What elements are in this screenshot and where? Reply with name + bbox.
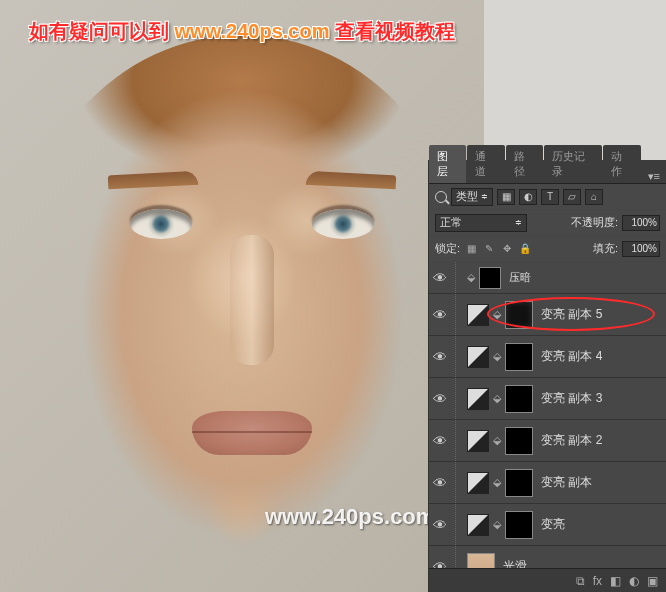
link-layers-icon[interactable]: ⧉ bbox=[576, 574, 585, 588]
layer-row[interactable]: 👁⬙变亮 bbox=[429, 504, 666, 546]
adjustment-thumb[interactable] bbox=[467, 514, 489, 536]
visibility-toggle[interactable]: 👁 bbox=[429, 349, 451, 365]
filter-shape-icon[interactable]: ▱ bbox=[563, 189, 581, 205]
layer-name[interactable]: 光滑 bbox=[503, 558, 527, 568]
layer-mask-thumb[interactable] bbox=[505, 343, 533, 371]
canvas-viewport[interactable]: 如有疑问可以到 www.240ps.com 查看视频教程 www.240ps.c… bbox=[0, 0, 484, 592]
layers-panel: 图层 通道 路径 历史记录 动作 ▾≡ 类型 ≑ ▦ ◐ T ▱ ⌂ 正常 ≑ … bbox=[428, 160, 666, 592]
layer-name[interactable]: 变亮 副本 4 bbox=[541, 348, 602, 365]
visibility-toggle[interactable]: 👁 bbox=[429, 270, 451, 286]
indent bbox=[455, 294, 465, 335]
kind-label: 类型 bbox=[456, 189, 478, 204]
indent bbox=[455, 378, 465, 419]
eye-left bbox=[130, 209, 192, 239]
panel-footer: ⧉ fx ◧ ◐ ▣ bbox=[429, 568, 666, 592]
layer-name[interactable]: 变亮 副本 bbox=[541, 474, 592, 491]
link-icon[interactable]: ⬙ bbox=[491, 350, 503, 363]
link-icon[interactable]: ⬙ bbox=[491, 476, 503, 489]
tab-actions[interactable]: 动作 bbox=[603, 145, 640, 183]
layer-name[interactable]: 变亮 副本 5 bbox=[541, 306, 602, 323]
adjustment-icon[interactable]: ◐ bbox=[629, 574, 639, 588]
kind-dropdown[interactable]: 类型 ≑ bbox=[451, 188, 493, 206]
visibility-toggle[interactable]: 👁 bbox=[429, 517, 451, 533]
layer-row[interactable]: 👁⬙变亮 副本 2 bbox=[429, 420, 666, 462]
panel-tabs: 图层 通道 路径 历史记录 动作 ▾≡ bbox=[429, 160, 666, 184]
visibility-toggle[interactable]: 👁 bbox=[429, 475, 451, 491]
add-mask-icon[interactable]: ◧ bbox=[610, 574, 621, 588]
overlay-seg1: 如有疑问可以到 bbox=[29, 20, 169, 42]
layer-mask-thumb[interactable] bbox=[505, 385, 533, 413]
opacity-label: 不透明度: bbox=[571, 215, 618, 230]
layer-row[interactable]: 👁⬙变亮 副本 5 bbox=[429, 294, 666, 336]
layer-thumb[interactable] bbox=[467, 553, 495, 569]
indent bbox=[455, 420, 465, 461]
lock-image-icon[interactable]: ✎ bbox=[482, 242, 496, 256]
layer-mask-thumb[interactable] bbox=[505, 427, 533, 455]
visibility-toggle[interactable]: 👁 bbox=[429, 433, 451, 449]
link-icon[interactable]: ⬙ bbox=[491, 392, 503, 405]
brow-right bbox=[306, 171, 397, 190]
overlay-seg2: www.240ps.com bbox=[175, 20, 330, 42]
lips bbox=[192, 411, 312, 455]
filter-smart-icon[interactable]: ⌂ bbox=[585, 189, 603, 205]
panel-menu-icon[interactable]: ▾≡ bbox=[642, 170, 666, 183]
layer-name[interactable]: 变亮 bbox=[541, 516, 565, 533]
lock-position-icon[interactable]: ✥ bbox=[500, 242, 514, 256]
link-icon[interactable]: ⬙ bbox=[491, 518, 503, 531]
search-icon[interactable] bbox=[435, 191, 447, 203]
lock-label: 锁定: bbox=[435, 241, 460, 256]
layer-mask-thumb[interactable] bbox=[479, 267, 501, 289]
fx-icon[interactable]: fx bbox=[593, 574, 602, 588]
link-icon[interactable]: ⬙ bbox=[491, 434, 503, 447]
filter-type-icon[interactable]: T bbox=[541, 189, 559, 205]
visibility-toggle[interactable]: 👁 bbox=[429, 559, 451, 569]
folder-icon[interactable]: ▣ bbox=[647, 574, 658, 588]
layer-mask-thumb[interactable] bbox=[505, 511, 533, 539]
tab-history[interactable]: 历史记录 bbox=[544, 145, 603, 183]
visibility-toggle[interactable]: 👁 bbox=[429, 391, 451, 407]
layer-row[interactable]: 👁⬙变亮 副本 3 bbox=[429, 378, 666, 420]
chevron-down-icon: ≑ bbox=[515, 218, 522, 227]
layer-name[interactable]: 变亮 副本 3 bbox=[541, 390, 602, 407]
adjustment-thumb[interactable] bbox=[467, 472, 489, 494]
indent bbox=[455, 546, 465, 568]
blend-mode-value: 正常 bbox=[440, 215, 462, 230]
layer-mask-thumb[interactable] bbox=[505, 469, 533, 497]
opacity-input[interactable]: 100% bbox=[622, 215, 660, 231]
blend-opacity-row: 正常 ≑ 不透明度: 100% bbox=[429, 210, 666, 236]
tab-channels[interactable]: 通道 bbox=[467, 145, 504, 183]
adjustment-thumb[interactable] bbox=[467, 430, 489, 452]
filter-adjust-icon[interactable]: ◐ bbox=[519, 189, 537, 205]
indent bbox=[455, 462, 465, 503]
tab-paths[interactable]: 路径 bbox=[506, 145, 543, 183]
indent bbox=[455, 262, 465, 293]
filter-pixel-icon[interactable]: ▦ bbox=[497, 189, 515, 205]
overlay-seg3: 查看视频教程 bbox=[335, 20, 455, 42]
visibility-toggle[interactable]: 👁 bbox=[429, 307, 451, 323]
lock-transparent-icon[interactable]: ▦ bbox=[464, 242, 478, 256]
fill-label: 填充: bbox=[593, 241, 618, 256]
eye-right bbox=[312, 209, 374, 239]
layer-row[interactable]: 👁⬙变亮 副本 bbox=[429, 462, 666, 504]
adjustment-thumb[interactable] bbox=[467, 388, 489, 410]
blend-mode-dropdown[interactable]: 正常 ≑ bbox=[435, 214, 527, 232]
layer-row[interactable]: 👁光滑 bbox=[429, 546, 666, 568]
adjustment-thumb[interactable] bbox=[467, 346, 489, 368]
lock-all-icon[interactable]: 🔒 bbox=[518, 242, 532, 256]
layer-name[interactable]: 压暗 bbox=[509, 270, 531, 285]
lock-fill-row: 锁定: ▦ ✎ ✥ 🔒 填充: 100% bbox=[429, 236, 666, 262]
fill-input[interactable]: 100% bbox=[622, 241, 660, 257]
layer-name[interactable]: 变亮 副本 2 bbox=[541, 432, 602, 449]
layers-list[interactable]: 👁⬙压暗👁⬙变亮 副本 5👁⬙变亮 副本 4👁⬙变亮 副本 3👁⬙变亮 副本 2… bbox=[429, 262, 666, 568]
overlay-caption: 如有疑问可以到 www.240ps.com 查看视频教程 bbox=[29, 18, 455, 45]
lock-icons: ▦ ✎ ✥ 🔒 bbox=[464, 242, 532, 256]
layer-row[interactable]: 👁⬙压暗 bbox=[429, 262, 666, 294]
adjustment-thumb[interactable] bbox=[467, 304, 489, 326]
layer-row[interactable]: 👁⬙变亮 副本 4 bbox=[429, 336, 666, 378]
link-icon[interactable]: ⬙ bbox=[465, 271, 477, 284]
brow-left bbox=[108, 171, 199, 190]
indent bbox=[455, 336, 465, 377]
tab-layers[interactable]: 图层 bbox=[429, 145, 466, 183]
link-icon[interactable]: ⬙ bbox=[491, 308, 503, 321]
layer-mask-thumb[interactable] bbox=[505, 301, 533, 329]
